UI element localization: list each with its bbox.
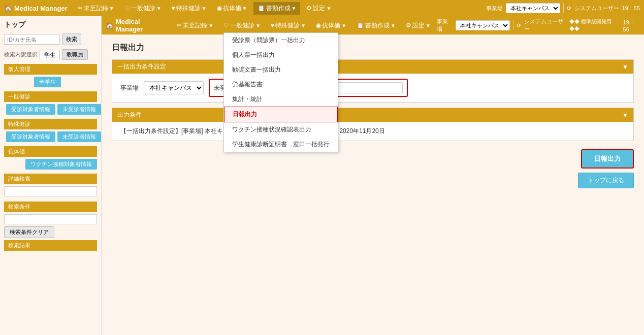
- antibody-section: 抗体値 ワクチン接種対象者情報: [4, 146, 97, 170]
- all-students-btn[interactable]: 全学生: [34, 77, 61, 87]
- dropdown-daily[interactable]: 日報出力: [224, 107, 338, 122]
- heart-outline2-icon: ♡: [223, 22, 229, 29]
- documents-dropdown: 受診票（問診票）一括出力 個人票一括出力 勧奨文書一括出力 労基報告書 集計・統…: [223, 32, 338, 152]
- dropdown-vaccine[interactable]: ワクチン接種状況確認表出力: [224, 122, 338, 137]
- output-collapse-icon[interactable]: ▼: [622, 112, 628, 119]
- heart2-icon: ♥: [271, 22, 274, 29]
- nav2-antibody[interactable]: ◉ 抗体価 ▼: [312, 19, 350, 32]
- vaccine-target-btn[interactable]: ワクチン接種対象者情報: [25, 159, 97, 170]
- chevron-visit: ▼: [109, 6, 114, 11]
- back-button-row: トップに戻る: [112, 173, 634, 188]
- output-body: 【一括出力条件設定】[事業場] 本社キャンパス [未至年月日] 2020年11月…: [112, 122, 633, 141]
- dropdown-reception[interactable]: 受診票（問診票）一括出力: [224, 33, 338, 48]
- divider-top: [563, 3, 564, 13]
- back-to-top-button[interactable]: トップに戻る: [578, 173, 634, 188]
- filter-tab-staff[interactable]: 教職員: [62, 49, 88, 60]
- personal-section: 個人管理 全学生: [4, 64, 97, 87]
- nav2-settings[interactable]: ⚙ 設定 ▼: [402, 19, 435, 32]
- nav-special[interactable]: ♥ 特殊健診 ▼: [168, 2, 211, 15]
- chevron-settings: ▼: [326, 6, 331, 11]
- content-area: 日報出力 一括出力条件設定 ▼ 事業場 本社キャンパス 未至年月日: [102, 35, 644, 196]
- clear-condition-btn[interactable]: 検索条件クリア: [4, 226, 54, 238]
- special-recipient-btn[interactable]: 受診対象者情報: [6, 131, 55, 142]
- mode-text2: ◆◆ 標準版開発用 ◆◆: [569, 18, 620, 32]
- home2-icon: 🏠: [106, 22, 114, 29]
- document-icon: 📋: [257, 5, 265, 12]
- nav-antibody[interactable]: ◉ 抗体価 ▼: [213, 2, 251, 15]
- brand-second[interactable]: 🏠 Medical Manager: [106, 18, 167, 33]
- nav2-documents[interactable]: 📋 書類作成 ▼: [352, 19, 400, 32]
- gear-icon: ⚙: [306, 5, 312, 12]
- dropdown-visit-exchange[interactable]: 勧奨文書一括出力: [224, 62, 338, 77]
- search-condition-input[interactable]: [4, 214, 97, 224]
- filter-label: 検索内訳選択: [4, 51, 38, 58]
- output-header: 出力条件 ▼: [112, 108, 633, 122]
- time2: 19：56: [623, 19, 640, 32]
- heart-outline-icon: ♡: [124, 5, 130, 12]
- search-button[interactable]: 検索: [62, 34, 81, 45]
- gear2-icon: ⚙: [406, 22, 411, 29]
- system-user-top: ⟳: [567, 5, 571, 12]
- navbar2-right: 事業場 本社キャンパス ⟳ システムユーザー ◆◆ 標準版開発用 ◆◆ 19：5…: [437, 18, 640, 33]
- nav-right-top: 事業場 本社キャンパス ⟳ システムユーザー 19：55: [486, 3, 640, 13]
- special-nonrecipient-btn[interactable]: 未受診者情報: [57, 131, 101, 142]
- chevron-antibody: ▼: [242, 6, 247, 11]
- nav-documents[interactable]: 📋 書類作成 ▼: [253, 2, 301, 15]
- page-title: 日報出力: [112, 43, 634, 53]
- edit2-icon: ✏: [177, 22, 182, 29]
- left-panel: トップ 検索 検索内訳選択 学生 教職員 個人管理 全学生 一般健診 受診対象者…: [0, 16, 102, 335]
- campus-label: 事業場: [120, 84, 139, 92]
- condition-body: 事業場 本社キャンパス 未至年月日 2020年11月20日 〜 2020年11月…: [112, 74, 633, 102]
- search-condition-label: 検索条件: [4, 202, 97, 212]
- personal-section-bar: 個人管理: [4, 64, 97, 75]
- brand-top[interactable]: 🏠 Medical Manager: [4, 5, 68, 12]
- campus-select-second[interactable]: 本社キャンパス: [456, 20, 510, 30]
- nav-visit[interactable]: ✏ 未至記録 ▼: [74, 2, 118, 15]
- id-search-input[interactable]: [4, 35, 60, 45]
- filter-tab-student[interactable]: 学生: [40, 50, 60, 60]
- dropdown-welfare[interactable]: 労基報告書: [224, 77, 338, 92]
- edit-icon: ✏: [78, 5, 83, 12]
- circle2-icon: ◉: [316, 22, 321, 29]
- result-bar: 検索結果: [4, 240, 97, 251]
- nav-general[interactable]: ♡ 一般健診 ▼: [120, 2, 166, 15]
- right-panel: 🏠 Medical Manager ✏ 未至記録 ▼ ♡ 一般健診 ▼ ♥ 特殊…: [102, 16, 644, 335]
- heart-icon: ♥: [172, 5, 175, 12]
- antibody-section-bar: 抗体値: [4, 146, 97, 157]
- nav2-general[interactable]: ♡ 一般健診 ▼: [219, 19, 265, 32]
- dropdown-health-cert[interactable]: 学生健康診断証明書 窓口一括発行: [224, 137, 338, 152]
- condition-panel: 一括出力条件設定 ▼ 事業場 本社キャンパス 未至年月日 2020年11月20日: [112, 59, 634, 103]
- campus-select-top[interactable]: 本社キャンパス: [506, 3, 560, 13]
- special-section-bar: 特殊健診: [4, 119, 97, 129]
- dropdown-individual[interactable]: 個人票一括出力: [224, 48, 338, 62]
- nav-settings[interactable]: ⚙ 設定 ▼: [302, 2, 335, 15]
- general-section: 一般健診 受診対象者情報 未受診者情報: [4, 91, 97, 115]
- condition-row: 事業場 本社キャンパス 未至年月日 2020年11月20日 〜 2020年11月…: [120, 79, 625, 97]
- action-buttons: 日報出力: [112, 149, 634, 169]
- nav2-visit[interactable]: ✏ 未至記録 ▼: [173, 19, 217, 32]
- second-navbar: 🏠 Medical Manager ✏ 未至記録 ▼ ♡ 一般健診 ▼ ♥ 特殊…: [102, 16, 644, 35]
- detail-search-input[interactable]: [4, 186, 97, 196]
- condition-collapse-icon[interactable]: ▼: [622, 63, 628, 71]
- output-panel: 出力条件 ▼ 【一括出力条件設定】[事業場] 本社キャンパス [未至年月日] 2…: [112, 108, 634, 141]
- top-section-label: トップ: [4, 20, 97, 29]
- chevron-general: ▼: [156, 6, 162, 11]
- circle-icon: ◉: [217, 5, 222, 12]
- special-row: 受診対象者情報 未受診者情報: [4, 131, 97, 142]
- system-user2: ⟳: [517, 22, 521, 29]
- divider2: [513, 20, 513, 30]
- home-icon: 🏠: [4, 5, 12, 12]
- general-recipient-btn[interactable]: 受診対象者情報: [6, 104, 55, 115]
- general-nonrecipient-btn[interactable]: 未受診者情報: [57, 104, 101, 115]
- time-top: 19：55: [622, 5, 640, 12]
- antibody-row: ワクチン接種対象者情報: [4, 159, 97, 170]
- nav2-special[interactable]: ♥ 特殊健診 ▼: [267, 19, 310, 32]
- general-section-bar: 一般健診: [4, 91, 97, 102]
- dropdown-summary[interactable]: 集計・統計: [224, 92, 338, 107]
- general-row: 受診対象者情報 未受診者情報: [4, 104, 97, 115]
- chevron-special: ▼: [202, 6, 207, 11]
- detail-search-label: 詳細検索: [4, 174, 97, 184]
- date-to-input[interactable]: 2020年11月20日: [337, 82, 403, 93]
- campus-select-condition[interactable]: 本社キャンパス: [144, 81, 204, 94]
- daily-output-button[interactable]: 日報出力: [581, 149, 634, 169]
